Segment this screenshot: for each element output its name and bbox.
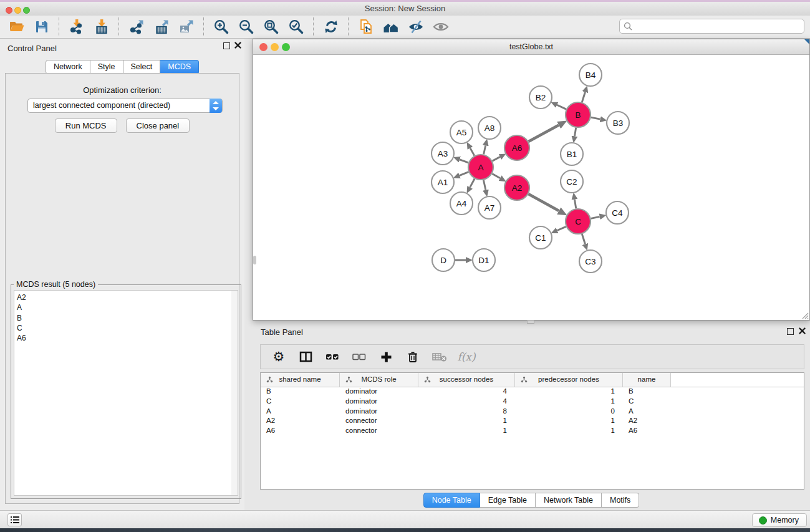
graph-node-A3[interactable]: A3 — [432, 142, 454, 165]
graph-edge-B-B3[interactable] — [591, 117, 600, 119]
export-image-button[interactable] — [176, 17, 196, 37]
network-vertical-scroll-nub[interactable] — [253, 256, 256, 264]
tab-select[interactable]: Select — [123, 60, 161, 74]
tab-style[interactable]: Style — [90, 60, 123, 74]
column-header-MCDS-role[interactable]: MCDS role — [340, 373, 418, 387]
graph-node-B1[interactable]: B1 — [561, 143, 583, 165]
settings-button[interactable]: ⚙ — [271, 349, 287, 365]
mcds-result-item[interactable]: C — [17, 323, 231, 333]
mcds-result-item[interactable]: A — [17, 302, 231, 312]
graph-edge-A-A8[interactable] — [484, 145, 486, 154]
graph-node-A6[interactable]: A6 — [504, 135, 529, 160]
mcds-result-item[interactable]: B — [17, 313, 231, 323]
network-window-titlebar[interactable]: testGlobe.txt — [253, 39, 809, 55]
table-row[interactable]: A2connector11A2 — [261, 417, 804, 427]
graph-edge-B-B4[interactable] — [582, 92, 585, 102]
select-all-button[interactable] — [324, 349, 340, 365]
tab-network-table[interactable]: Network Table — [536, 493, 602, 508]
mcds-result-scrollbar[interactable] — [231, 290, 238, 496]
table-row[interactable]: Cdominator41C — [261, 397, 804, 407]
graph-edge-A-A7[interactable] — [483, 180, 486, 190]
open-session-button[interactable] — [7, 17, 27, 37]
delete-table-button[interactable] — [432, 349, 448, 365]
deselect-all-button[interactable] — [351, 349, 367, 365]
search-input[interactable] — [619, 19, 804, 34]
graph-edge-C-C3[interactable] — [582, 234, 585, 244]
graph-node-B3[interactable]: B3 — [607, 112, 629, 134]
graph-node-D[interactable]: D — [432, 249, 455, 271]
close-panel-icon[interactable] — [234, 42, 241, 49]
export-table-button[interactable] — [152, 17, 171, 37]
task-history-button[interactable] — [7, 513, 22, 526]
graph-node-A8[interactable]: A8 — [478, 117, 501, 139]
zoom-out-button[interactable] — [236, 17, 256, 37]
graph-edge-A-A2[interactable] — [492, 173, 500, 178]
table-row[interactable]: A6connector11A6 — [261, 427, 804, 437]
mcds-result-list[interactable]: A2ABCA6 — [14, 290, 232, 496]
column-header-shared-name[interactable]: shared name — [261, 373, 340, 387]
graph-edge-C-C1[interactable] — [557, 226, 566, 230]
window-resize-grip[interactable] — [801, 312, 809, 319]
graph-edge-C-C2[interactable] — [575, 200, 576, 209]
network-canvas[interactable]: B4B2BB3A8A5A6B1A3AA1C2A2A4A7C4CC1C3DD1 — [253, 55, 809, 320]
mcds-result-item[interactable]: A6 — [17, 333, 231, 343]
graph-edge-B-B1[interactable] — [575, 128, 576, 137]
home-button[interactable] — [381, 17, 401, 37]
graph-node-A[interactable]: A — [468, 155, 493, 180]
graph-edge-A-A4[interactable] — [470, 179, 475, 188]
run-mcds-button[interactable]: Run MCDS — [55, 118, 117, 133]
show-all-button[interactable] — [431, 17, 451, 37]
graph-edge-B-B2[interactable] — [557, 105, 566, 109]
delete-button[interactable] — [405, 349, 421, 365]
columns-button[interactable] — [297, 349, 314, 365]
tab-edge-table[interactable]: Edge Table — [480, 493, 536, 508]
column-header-name[interactable]: name — [623, 373, 671, 387]
graph-node-B4[interactable]: B4 — [579, 64, 602, 86]
graph-node-A2[interactable]: A2 — [504, 175, 529, 200]
graph-node-D1[interactable]: D1 — [473, 249, 495, 271]
graph-edge-A-A5[interactable] — [470, 148, 475, 155]
tab-network[interactable]: Network — [46, 60, 90, 74]
add-button[interactable] — [378, 349, 394, 365]
graph-edge-A6-B[interactable] — [529, 125, 559, 142]
column-header-predecessor-nodes[interactable]: predecessor nodes — [515, 373, 623, 387]
graph-edge-C-C4[interactable] — [591, 216, 600, 218]
export-network-button[interactable] — [127, 17, 147, 37]
graph-edge-A-A3[interactable] — [460, 160, 468, 163]
refresh-button[interactable] — [321, 17, 341, 37]
memory-button[interactable]: Memory — [752, 513, 807, 527]
tab-motifs[interactable]: Motifs — [602, 493, 639, 508]
graph-edge-A-A6[interactable] — [493, 157, 500, 162]
hide-selected-button[interactable] — [406, 17, 426, 37]
graph-node-A7[interactable]: A7 — [478, 196, 501, 219]
tab-node-table[interactable]: Node Table — [423, 493, 480, 508]
table-row[interactable]: Bdominator41B — [261, 387, 804, 397]
graph-edge-A-A1[interactable] — [460, 172, 469, 176]
import-table-button[interactable] — [92, 17, 112, 37]
mcds-result-item[interactable]: A2 — [17, 293, 231, 302]
zoom-fit-button[interactable] — [261, 17, 281, 37]
clone-network-button[interactable] — [356, 17, 376, 37]
graph-node-A4[interactable]: A4 — [450, 192, 473, 215]
tab-mcds[interactable]: MCDS — [160, 60, 199, 74]
table-float-panel-icon[interactable] — [787, 328, 794, 335]
graph-node-C4[interactable]: C4 — [606, 201, 629, 224]
save-session-button[interactable] — [32, 17, 52, 37]
column-header-successor-nodes[interactable]: successor nodes — [418, 373, 515, 387]
graph-node-B2[interactable]: B2 — [529, 86, 552, 109]
import-network-button[interactable] — [67, 17, 87, 37]
graph-node-B[interactable]: B — [566, 102, 591, 127]
graph-node-A1[interactable]: A1 — [432, 171, 454, 193]
table-close-panel-icon[interactable] — [799, 327, 806, 334]
graph-edge-A2-C[interactable] — [528, 194, 559, 211]
table-row[interactable]: Adominator80A — [261, 407, 804, 417]
zoom-selected-button[interactable] — [286, 17, 306, 37]
graph-node-C[interactable]: C — [566, 209, 591, 234]
graph-node-A5[interactable]: A5 — [450, 121, 473, 143]
graph-node-C3[interactable]: C3 — [579, 250, 602, 273]
criterion-dropdown[interactable]: largest connected component (directed) — [27, 99, 223, 113]
function-button[interactable]: f(x) — [458, 349, 475, 365]
close-panel-button[interactable]: Close panel — [126, 118, 190, 133]
zoom-in-button[interactable] — [211, 17, 231, 37]
graph-node-C2[interactable]: C2 — [561, 170, 583, 193]
